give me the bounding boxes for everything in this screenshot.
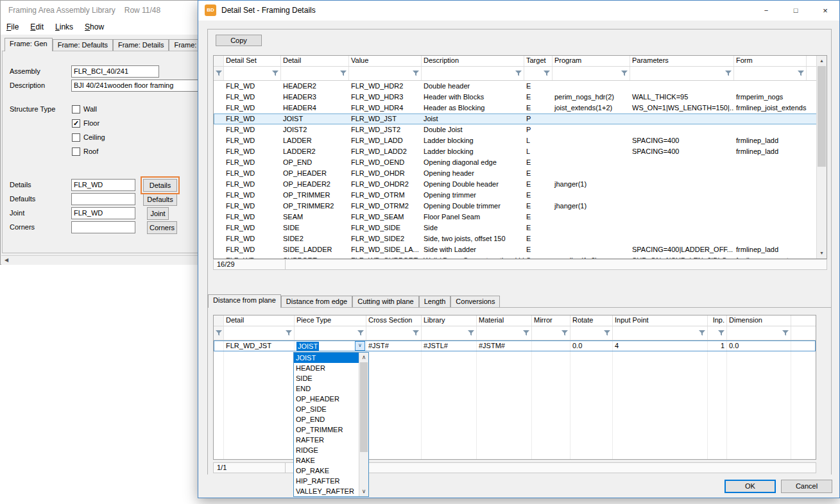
dropdown-item[interactable]: RAKE xyxy=(294,455,359,466)
detail-tab-2[interactable]: Cutting with plane xyxy=(352,296,418,307)
scroll-left-button[interactable]: ◀ xyxy=(1,256,12,265)
filter-cell[interactable] xyxy=(281,67,349,80)
window-titlebar[interactable]: Framing Area Assembly Library Row 11/48 xyxy=(1,1,212,20)
details-input[interactable]: FLR_WD xyxy=(71,179,135,191)
column-header[interactable]: Form xyxy=(734,56,807,66)
filter-icon[interactable] xyxy=(604,330,610,336)
scroll-thumb[interactable] xyxy=(818,66,826,167)
filter-icon[interactable] xyxy=(544,71,550,76)
table-row[interactable]: FLR_WDLADDER2FLR_WD_LADD2Ladder blocking… xyxy=(214,146,827,157)
filter-icon[interactable] xyxy=(725,71,732,76)
filter-icon[interactable] xyxy=(523,330,529,336)
dialog-titlebar[interactable]: BD Detail Set - Framing Details − □ × xyxy=(198,1,839,21)
filter-icon[interactable] xyxy=(561,330,568,336)
dropdown-item[interactable]: HEADER xyxy=(294,363,359,373)
dropdown-scroll-track[interactable] xyxy=(359,362,368,487)
dropdown-scrollbar[interactable]: ∧ ∨ xyxy=(359,353,368,496)
checkbox-roof[interactable]: Roof xyxy=(72,146,105,156)
defaults-button[interactable]: Defaults xyxy=(143,193,177,206)
detail-tab-1[interactable]: Distance from edge xyxy=(281,296,352,307)
filter-cell[interactable] xyxy=(524,67,553,80)
table-row[interactable]: FLR_WDOP_TRIMMERFLR_WD_OTRMOpening trimm… xyxy=(214,190,827,201)
filter-cell[interactable] xyxy=(553,67,630,80)
menu-item-show[interactable]: Show xyxy=(79,20,110,35)
filter-icon[interactable] xyxy=(621,71,628,76)
table-row[interactable]: FLR_WDOP_HEADERFLR_WD_OHDROpening header… xyxy=(214,168,827,179)
column-header[interactable]: Material xyxy=(477,315,532,326)
filter-icon[interactable] xyxy=(216,71,222,76)
table-row[interactable]: FLR_WDSIDEFLR_WD_SIDESideE xyxy=(214,223,827,233)
filter-icon[interactable] xyxy=(216,330,222,336)
filter-icon[interactable] xyxy=(357,330,364,336)
filter-cell[interactable] xyxy=(630,67,734,80)
filter-cell[interactable] xyxy=(613,326,708,340)
column-header[interactable]: Mirror xyxy=(532,315,570,326)
dropdown-item[interactable]: OP_SIDE xyxy=(294,404,359,414)
column-header[interactable]: Inp. xyxy=(708,315,727,326)
detail-tab-3[interactable]: Length xyxy=(419,296,451,307)
scroll-down-button[interactable]: ▼ xyxy=(817,248,827,258)
dropdown-item[interactable]: HIP_RAFTER xyxy=(294,476,359,486)
column-header[interactable]: Rotate xyxy=(570,315,613,326)
menu-item-edit[interactable]: Edit xyxy=(24,20,49,35)
defaults-input[interactable] xyxy=(71,193,135,205)
filter-icon[interactable] xyxy=(413,71,419,76)
minimize-button[interactable]: − xyxy=(751,1,781,21)
piece-row[interactable]: FLR_WD_JSTJOIST∨#JST##JSTL##JSTM#0.0410.… xyxy=(214,340,816,351)
table-row[interactable]: FLR_WDOP_TRIMMER2FLR_WD_OTRM2Opening Dou… xyxy=(214,201,827,212)
dropdown-item[interactable]: OP_END xyxy=(294,414,359,424)
column-header[interactable]: Description xyxy=(422,56,524,66)
column-header[interactable]: Parameters xyxy=(630,56,734,66)
filter-icon[interactable] xyxy=(340,71,347,76)
filter-icon[interactable] xyxy=(718,330,724,336)
filter-cell[interactable] xyxy=(349,67,422,80)
frame-tab-2[interactable]: Frame: Details xyxy=(113,39,169,51)
column-header[interactable]: Library xyxy=(422,315,477,326)
detail-tab-4[interactable]: Conversions xyxy=(450,296,500,307)
cancel-button[interactable]: Cancel xyxy=(781,480,832,493)
filter-cell[interactable] xyxy=(570,326,613,340)
piece-type-combo[interactable]: JOIST∨ xyxy=(295,340,366,351)
filter-cell[interactable] xyxy=(224,67,281,80)
maximize-button[interactable]: □ xyxy=(781,1,810,21)
checkbox-box[interactable] xyxy=(72,147,80,156)
column-header[interactable]: Input Point xyxy=(613,315,708,326)
frame-tab-1[interactable]: Frame: Defaults xyxy=(53,39,113,51)
filter-cell[interactable] xyxy=(214,67,224,80)
column-header[interactable]: Detail Set xyxy=(224,56,281,66)
table-row[interactable]: FLR_WDHEADER3FLR_WD_HDR3Header with Bloc… xyxy=(214,92,827,103)
dropdown-item[interactable]: OP_RAKE xyxy=(294,466,359,476)
table-row[interactable]: FLR_WDHEADER4FLR_WD_HDR4Header as Blocki… xyxy=(214,103,827,113)
dropdown-item[interactable]: JOIST xyxy=(294,353,359,363)
table-row[interactable]: FLR_WDOP_ENDFLR_WD_OENDOpening diagonal … xyxy=(214,157,827,168)
menu-item-links[interactable]: Links xyxy=(49,20,79,35)
checkbox-floor[interactable]: ✓Floor xyxy=(72,118,105,128)
filter-cell[interactable] xyxy=(295,326,366,340)
close-button[interactable]: × xyxy=(810,1,840,21)
checkbox-box[interactable] xyxy=(72,105,80,113)
dropdown-item[interactable]: OP_HEADER xyxy=(294,394,359,404)
filter-icon[interactable] xyxy=(468,330,474,336)
filter-cell[interactable] xyxy=(477,326,532,340)
filter-icon[interactable] xyxy=(515,71,522,76)
corners-input[interactable] xyxy=(71,221,135,233)
dropdown-item[interactable]: VALLEY_RAFTER xyxy=(294,486,359,496)
scroll-up-button[interactable]: ▲ xyxy=(817,56,827,66)
filter-cell[interactable] xyxy=(734,67,807,80)
ok-button[interactable]: OK xyxy=(724,480,776,493)
window-horizontal-scrollbar[interactable]: ◀ xyxy=(1,255,212,265)
combo-dropdown-button[interactable]: ∨ xyxy=(355,341,365,351)
filter-cell[interactable] xyxy=(727,326,791,340)
dropdown-item[interactable]: RAFTER xyxy=(294,435,359,445)
table-row[interactable]: FLR_WDHEADER2FLR_WD_HDR2Double headerE xyxy=(214,81,827,92)
checkbox-box[interactable] xyxy=(72,133,80,142)
column-header[interactable]: Target xyxy=(524,56,553,66)
column-header[interactable]: Detail xyxy=(224,315,295,326)
checkbox-wall[interactable]: Wall xyxy=(72,104,105,114)
frame-tab-0[interactable]: Frame: Gen xyxy=(4,38,53,51)
assembly-input[interactable]: FLR_BCI_40/241 xyxy=(71,65,159,78)
filter-icon[interactable] xyxy=(286,330,292,336)
filter-cell[interactable] xyxy=(214,326,224,340)
column-header[interactable]: Piece Type xyxy=(295,315,366,326)
column-header[interactable]: Detail xyxy=(281,56,349,66)
